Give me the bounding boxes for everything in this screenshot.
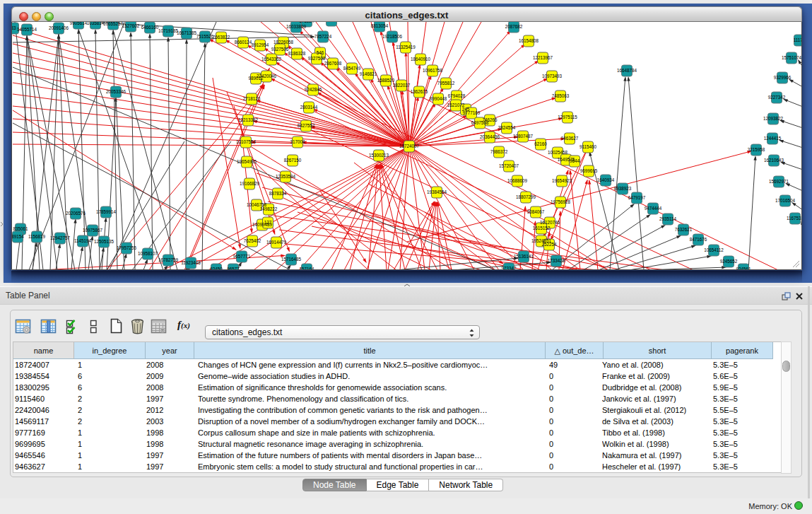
svg-text:15136141: 15136141 [514,254,534,259]
svg-text:16671385: 16671385 [177,30,197,35]
svg-text:20053346: 20053346 [106,89,126,94]
svg-text:6479197: 6479197 [628,195,646,200]
svg-text:10973493: 10973493 [542,74,563,78]
svg-text:11325419: 11325419 [396,45,416,49]
svg-text:7515526: 7515526 [196,34,214,39]
svg-text:20206576: 20206576 [66,211,86,216]
svg-text:14055714: 14055714 [17,27,37,32]
svg-text:83: 83 [12,25,16,30]
svg-text:10107554: 10107554 [236,139,257,144]
svg-text:9657771: 9657771 [233,254,251,259]
svg-text:3215958: 3215958 [748,147,765,152]
svg-text:1167533: 1167533 [787,216,801,221]
svg-text:10688609: 10688609 [507,178,528,183]
svg-text:89154: 89154 [12,234,24,239]
svg-text:6466160: 6466160 [141,25,159,30]
svg-text:1588520: 1588520 [377,78,395,83]
svg-text:8813054: 8813054 [371,23,389,28]
svg-text:16154808: 16154808 [519,38,539,43]
svg-text:1244415: 1244415 [764,136,782,141]
svg-text:18226058: 18226058 [273,40,294,45]
svg-text:8454749: 8454749 [343,66,361,71]
svg-text:15720407: 15720407 [499,163,519,168]
svg-text:973342: 973342 [501,266,517,269]
svg-text:1640934: 1640934 [597,177,615,182]
svg-text:9327506: 9327506 [271,47,289,52]
svg-text:12093822: 12093822 [763,116,784,121]
svg-text:6497568: 6497568 [471,120,489,125]
svg-text:12975115: 12975115 [558,115,577,119]
svg-text:546: 546 [317,50,324,55]
svg-text:1145194: 1145194 [74,238,92,243]
svg-text:15300213: 15300213 [369,153,389,158]
svg-text:2935114: 2935114 [659,216,677,221]
svg-text:10807487: 10807487 [513,134,534,139]
svg-text:11923448: 11923448 [181,260,201,265]
svg-text:2087682: 2087682 [505,24,523,29]
svg-text:6794028: 6794028 [448,93,466,98]
svg-text:96577: 96577 [227,267,240,269]
svg-text:157164: 157164 [299,267,314,269]
svg-text:12942757: 12942757 [50,235,71,240]
svg-text:7955812: 7955812 [437,81,455,86]
svg-text:10719185: 10719185 [158,28,179,33]
svg-text:9474444: 9474444 [645,206,662,211]
svg-text:16543362: 16543362 [261,57,282,62]
svg-text:9245652: 9245652 [720,259,738,264]
svg-text:17016504: 17016504 [775,198,796,203]
svg-text:9905614: 9905614 [70,22,88,25]
svg-text:1527602: 1527602 [122,23,140,28]
svg-text:19384554: 19384554 [427,189,447,194]
svg-text:3824554: 3824554 [498,125,516,130]
svg-text:1362615: 1362615 [411,89,428,94]
svg-text:8990448: 8990448 [430,96,447,101]
svg-text:7485063: 7485063 [552,93,570,98]
svg-text:8660124: 8660124 [235,40,252,45]
svg-text:9699695: 9699695 [580,168,598,173]
svg-text:835061: 835061 [13,226,28,231]
svg-text:8912954: 8912954 [252,42,269,47]
svg-text:12505135: 12505135 [94,239,114,244]
svg-text:8267150: 8267150 [284,158,302,163]
svg-text:8427552: 8427552 [298,123,315,128]
svg-text:1615152: 1615152 [533,226,551,230]
svg-text:18640910: 18640910 [411,57,431,62]
svg-text:18724007: 18724007 [399,144,420,148]
svg-text:19218506: 19218506 [382,34,403,39]
svg-text:8186328: 8186328 [288,51,306,56]
svg-text:9777169: 9777169 [463,110,481,115]
svg-text:924561: 924561 [736,267,751,269]
svg-text:10025458: 10025458 [548,150,568,155]
svg-text:7632621: 7632621 [675,227,693,232]
svg-text:9084067: 9084067 [527,209,545,214]
svg-text:9115460: 9115460 [579,144,597,149]
svg-text:881305: 881305 [324,22,339,23]
svg-text:9463627: 9463627 [561,136,579,141]
svg-text:20364436: 20364436 [480,134,500,139]
svg-text:2718120: 2718120 [243,96,261,101]
svg-text:989012: 989012 [248,76,264,81]
svg-text:12353594: 12353594 [276,174,296,179]
svg-text:62160: 62160 [534,141,547,146]
svg-text:1156819: 1156819 [28,234,46,239]
svg-text:10975867: 10975867 [83,228,103,233]
svg-text:20091406: 20091406 [49,25,69,30]
svg-text:9146821: 9146821 [360,71,377,76]
svg-text:19166829: 19166829 [240,181,260,186]
svg-text:10958107: 10958107 [138,251,158,256]
svg-text:16210643: 16210643 [764,158,784,163]
svg-text:10655257: 10655257 [103,22,124,26]
svg-text:317004: 317004 [290,139,305,144]
svg-text:16120746: 16120746 [540,220,560,225]
svg-text:15751074: 15751074 [782,55,801,60]
svg-text:8878334: 8878334 [269,191,287,196]
svg-text:16033809: 16033809 [286,24,307,29]
svg-text:19756928: 19756928 [551,199,571,204]
svg-text:9227342: 9227342 [768,95,786,100]
svg-text:10961758: 10961758 [423,68,443,73]
svg-text:127: 127 [264,220,272,225]
svg-text:8938923: 8938923 [614,186,632,191]
svg-text:1498222: 1498222 [260,206,278,211]
svg-text:1035814: 1035814 [87,22,105,25]
svg-text:9644: 9644 [570,158,580,163]
